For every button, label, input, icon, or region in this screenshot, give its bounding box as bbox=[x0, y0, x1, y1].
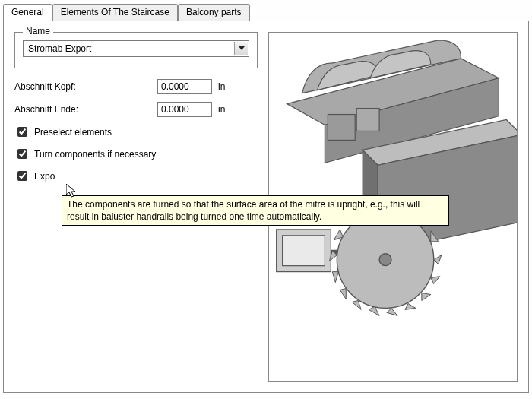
tab-general-label: General bbox=[11, 7, 44, 17]
unit-label-kopf: in bbox=[218, 81, 233, 92]
svg-marker-14 bbox=[431, 277, 440, 284]
unit-label-ende: in bbox=[218, 104, 233, 115]
name-combobox-value: Stromab Export bbox=[28, 43, 91, 54]
abschnitt-ende-input[interactable] bbox=[157, 102, 212, 117]
name-group: Name Stromab Export bbox=[14, 32, 258, 68]
svg-marker-13 bbox=[434, 255, 442, 264]
tab-elements-label: Elements Of The Staircase bbox=[61, 7, 169, 17]
tab-balcony-label: Balcony parts bbox=[186, 7, 242, 17]
svg-marker-17 bbox=[387, 308, 397, 315]
abschnitt-kopf-label: Abschnitt Kopf: bbox=[14, 81, 151, 92]
name-group-title: Name bbox=[23, 26, 53, 36]
svg-marker-0 bbox=[239, 46, 245, 50]
turn-components-tooltip: The components are turned so that the su… bbox=[62, 195, 449, 226]
svg-rect-3 bbox=[328, 115, 355, 141]
svg-marker-21 bbox=[332, 272, 338, 283]
svg-rect-4 bbox=[356, 109, 379, 131]
export-checkbox[interactable] bbox=[17, 171, 27, 181]
tooltip-text: The components are turned so that the su… bbox=[67, 199, 420, 222]
tab-panel-general: Name Stromab Export Abschnitt Kopf: in A… bbox=[3, 21, 529, 393]
turn-components-checkbox[interactable] bbox=[17, 149, 27, 159]
svg-marker-16 bbox=[405, 303, 416, 309]
svg-point-12 bbox=[379, 254, 391, 266]
preselect-checkbox[interactable] bbox=[17, 127, 27, 137]
preselect-label: Preselect elements bbox=[34, 127, 112, 138]
tab-general[interactable]: General bbox=[3, 4, 52, 21]
svg-marker-20 bbox=[340, 289, 346, 299]
name-combobox[interactable]: Stromab Export bbox=[23, 40, 249, 57]
tab-elements[interactable]: Elements Of The Staircase bbox=[52, 4, 178, 21]
tab-strip: General Elements Of The Staircase Balcon… bbox=[3, 3, 529, 21]
turn-components-label: Turn components if necessary bbox=[34, 149, 156, 160]
svg-marker-15 bbox=[422, 293, 431, 301]
export-label: Expo bbox=[34, 171, 55, 182]
tab-balcony[interactable]: Balcony parts bbox=[178, 4, 250, 21]
svg-rect-9 bbox=[283, 236, 325, 266]
svg-marker-19 bbox=[352, 300, 361, 309]
chevron-down-icon bbox=[234, 42, 248, 55]
abschnitt-ende-label: Abschnitt Ende: bbox=[14, 104, 151, 115]
abschnitt-kopf-input[interactable] bbox=[157, 79, 212, 94]
